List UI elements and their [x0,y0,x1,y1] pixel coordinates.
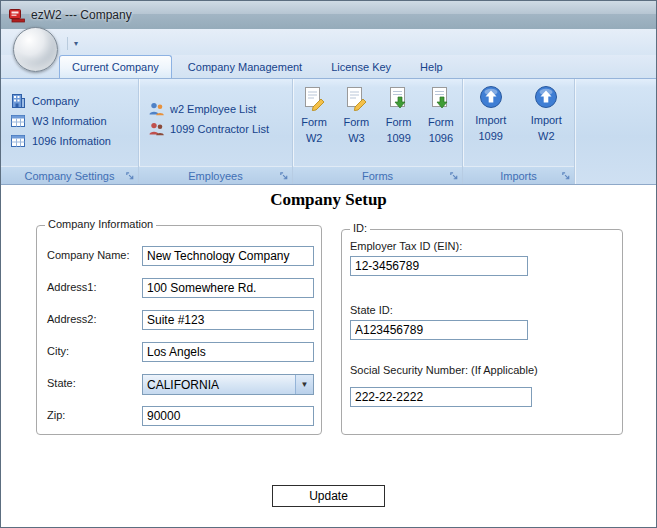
ribbon-item-form-w3[interactable]: Form W3 [343,79,369,166]
company-information-legend: Company Information [45,218,156,230]
address1-label: Address1: [47,281,97,293]
ribbon-item-label: W2 [306,132,323,145]
ribbon-item-label: 1096 Infomation [32,135,111,147]
state-label: State: [47,377,76,389]
ribbon-item-label: w2 Employee List [170,103,256,115]
launcher-icon [561,171,571,181]
ribbon-group-imports: Import 1099 Import W2 Imports [463,79,575,184]
launcher-icon [449,171,459,181]
application-orb-button[interactable] [13,27,58,72]
ribbon-item-label: Form [344,116,370,129]
company-name-input[interactable] [142,246,314,266]
launcher-icon [279,171,289,181]
tab-help[interactable]: Help [407,55,456,78]
company-settings-launcher-button[interactable] [124,170,136,182]
group-caption-label: Imports [500,170,537,182]
ribbon-item-import-w2[interactable]: Import W2 [531,79,562,166]
ribbon-item-label: 1096 [429,132,453,145]
state-id-input[interactable] [350,320,528,340]
forms-launcher-button[interactable] [448,170,460,182]
import-1099-icon [479,85,503,111]
1096-information-icon [9,133,27,149]
ribbon-group-forms: Form W2 Form W3 Form [293,79,463,184]
group-caption-employees: Employees [139,166,292,184]
ribbon-item-1099-contractor-list[interactable]: 1099 Contractor List [142,119,289,139]
ribbon-item-label: Form [428,116,454,129]
ein-input[interactable] [350,256,528,276]
city-input[interactable] [142,342,314,362]
employees-launcher-button[interactable] [278,170,290,182]
form-1099-icon [386,85,412,113]
ribbon-item-import-1099[interactable]: Import 1099 [475,79,506,166]
company-name-label: Company Name: [47,249,130,261]
launcher-icon [125,171,135,181]
ribbon-item-1096-information[interactable]: 1096 Infomation [4,131,135,151]
company-information-groupbox: Company Information Company Name: Addres… [36,225,322,435]
form-w2-icon [301,85,327,113]
w3-information-icon [9,113,27,129]
ribbon-item-label: Import [531,114,562,127]
zip-label: Zip: [47,409,65,421]
group-caption-label: Company Settings [25,170,115,182]
group-caption-imports: Imports [463,166,574,184]
imports-launcher-button[interactable] [560,170,572,182]
ribbon-frame [1,29,656,55]
ribbon-item-label: W2 [538,130,555,143]
quick-access-dropdown-button[interactable]: ▾ [67,37,84,50]
window-title: ezW2 --- Company [31,8,132,22]
ribbon-item-form-1099[interactable]: Form 1099 [386,79,412,166]
address2-input[interactable] [142,310,314,330]
ribbon-item-company[interactable]: Company [4,91,135,111]
form-1096-icon [428,85,454,113]
chevron-down-icon: ▾ [74,39,78,48]
zip-input[interactable] [142,406,314,426]
ribbon-item-form-w2[interactable]: Form W2 [301,79,327,166]
ezw2-logo-icon [9,8,25,23]
state-id-label: State ID: [350,304,393,316]
main-content: Company Setup Company Information Compan… [1,185,656,528]
ein-label: Employer Tax ID (EIN): [350,240,462,252]
ribbon-item-label: 1099 [386,132,410,145]
city-label: City: [47,345,69,357]
ribbon-item-label: Import [475,114,506,127]
ribbon-item-label: Form [386,116,412,129]
ribbon-item-label: W3 [348,132,365,145]
ribbon-item-form-1096[interactable]: Form 1096 [428,79,454,166]
ribbon-item-label: Company [32,95,79,107]
contractor-list-icon [147,121,165,137]
state-select-value: CALIFORNIA [143,378,295,392]
ssn-label: Social Security Number: (If Applicable) [350,364,538,376]
ribbon-group-employees: w2 Employee List 1099 Contractor List Em… [139,79,293,184]
ribbon-group-company-settings: Company W3 Information 1096 Infomation C… [1,79,139,184]
page-title: Company Setup [1,190,656,210]
tab-company-management[interactable]: Company Management [175,55,315,78]
ribbon-item-label: 1099 [479,130,503,143]
title-bar: ezW2 --- Company [1,1,656,29]
ribbon-item-label: 1099 Contractor List [170,123,269,135]
update-button[interactable]: Update [272,485,385,507]
state-select[interactable]: CALIFORNIA ▼ [142,374,314,395]
ribbon-item-label: W3 Information [32,115,107,127]
ribbon-item-w3-information[interactable]: W3 Information [4,111,135,131]
group-caption-label: Forms [362,170,393,182]
group-caption-company-settings: Company Settings [1,166,138,184]
ezw2-window: ezW2 --- Company ▾ Current Company Compa… [0,0,657,528]
import-w2-icon [534,85,558,111]
ribbon-tabs: Current Company Company Management Licen… [59,55,456,78]
tab-license-key[interactable]: License Key [318,55,404,78]
employee-list-icon [147,101,165,117]
ribbon-item-w2-employee-list[interactable]: w2 Employee List [142,99,289,119]
form-w3-icon [343,85,369,113]
group-caption-forms: Forms [293,166,462,184]
company-icon [9,93,27,109]
state-dropdown-arrow-icon[interactable]: ▼ [295,375,313,394]
id-legend: ID: [350,222,370,234]
address1-input[interactable] [142,278,314,298]
id-groupbox: ID: Employer Tax ID (EIN): State ID: Soc… [341,229,623,435]
ssn-input[interactable] [350,387,532,407]
ribbon-item-label: Form [301,116,327,129]
group-caption-label: Employees [188,170,242,182]
ribbon: Company W3 Information 1096 Infomation C… [1,78,656,185]
tab-current-company[interactable]: Current Company [59,55,172,78]
address2-label: Address2: [47,313,97,325]
